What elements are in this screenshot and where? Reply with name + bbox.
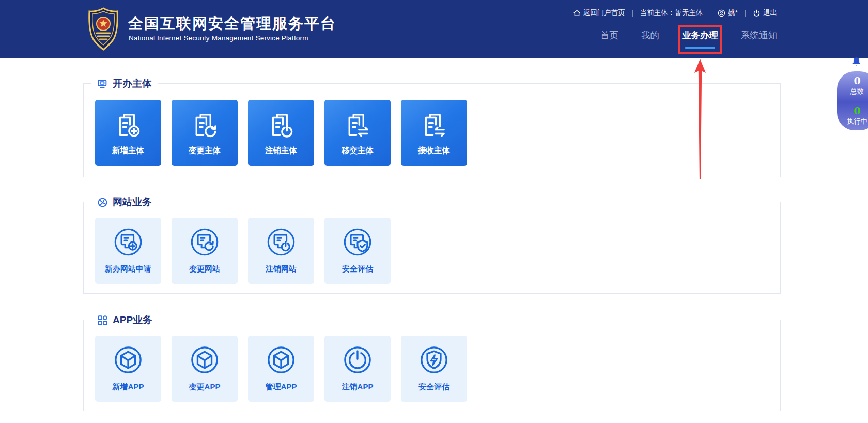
- home-icon: [573, 9, 581, 17]
- power-icon: [753, 9, 761, 17]
- bell-icon[interactable]: [852, 57, 861, 67]
- nav-system-notice-label: 系统通知: [741, 30, 777, 40]
- user-name: 姚*: [728, 8, 738, 18]
- nav-business-handling-label: 业务办理: [682, 30, 718, 40]
- shield-bolt-icon: [417, 343, 451, 377]
- main-nav: 首页 我的 业务办理 系统通知: [600, 27, 777, 52]
- utility-divider: [632, 10, 633, 17]
- cancel-app-button[interactable]: 注销APP: [324, 336, 391, 402]
- current-subject: 当前主体：暂无主体: [640, 8, 703, 18]
- cube-icon: [188, 343, 222, 377]
- grid-icon: [97, 315, 108, 326]
- active-tab-underline: [685, 47, 715, 49]
- user-icon: [718, 9, 725, 17]
- cube-icon: [111, 343, 145, 377]
- logout-button[interactable]: 退出: [753, 8, 777, 18]
- nav-mine-label: 我的: [641, 30, 659, 40]
- doc-receive-icon: [420, 111, 448, 139]
- section-subject-setup-header: 开办主体: [91, 76, 158, 92]
- change-subject-button[interactable]: 变更主体: [172, 100, 238, 166]
- task-status-widget[interactable]: 0 总数 0 执行中: [837, 71, 868, 130]
- nav-mine[interactable]: 我的: [641, 27, 659, 52]
- task-running: 0 执行中: [837, 101, 868, 130]
- nav-business-handling[interactable]: 业务办理: [682, 27, 718, 52]
- user-menu[interactable]: 姚*: [718, 8, 738, 18]
- utility-bar: 返回门户首页 当前主体：暂无主体 姚* 退出: [573, 8, 777, 18]
- app-security-assessment-button[interactable]: 安全评估: [401, 336, 467, 402]
- globe-icon: [97, 197, 108, 208]
- button-label: 新增主体: [112, 145, 144, 156]
- site-add-icon: [111, 225, 145, 259]
- return-portal-label: 返回门户首页: [583, 8, 625, 18]
- header: 全国互联网安全管理服务平台 National Internet Security…: [0, 0, 868, 58]
- website-buttons-row: 新办网站申请 变更网站 注销网站: [95, 218, 391, 284]
- button-label: 管理APP: [266, 382, 297, 392]
- app-buttons-row: 新增APP 变更APP 管理APP 注销APP: [95, 336, 467, 402]
- current-subject-label: 当前主体：暂无主体: [640, 8, 703, 18]
- task-total: 0 总数: [837, 71, 868, 101]
- task-total-value: 0: [854, 75, 860, 86]
- platform-title: 全国互联网安全管理服务平台: [128, 13, 336, 34]
- section-app-business-header: APP业务: [91, 312, 159, 328]
- monitor-icon: [97, 79, 108, 89]
- nav-home-label: 首页: [600, 30, 618, 40]
- button-label: 注销APP: [342, 382, 374, 392]
- section-title: APP业务: [113, 313, 152, 327]
- cancel-subject-button[interactable]: 注销主体: [248, 100, 314, 166]
- site-power-icon: [264, 225, 298, 259]
- return-portal-link[interactable]: 返回门户首页: [573, 8, 625, 18]
- button-label: 新办网站申请: [105, 264, 151, 274]
- add-app-button[interactable]: 新增APP: [95, 336, 161, 402]
- section-website-business-header: 网站业务: [91, 194, 158, 210]
- doc-power-icon: [267, 111, 295, 139]
- button-label: 变更APP: [189, 382, 221, 392]
- add-subject-button[interactable]: 新增主体: [95, 100, 161, 166]
- button-label: 接收主体: [418, 145, 450, 156]
- section-title: 开办主体: [113, 77, 152, 90]
- section-app-business: APP业务 新增APP 变更APP 管理APP: [83, 320, 781, 411]
- new-website-application-button[interactable]: 新办网站申请: [95, 218, 161, 284]
- button-label: 注销网站: [266, 264, 297, 274]
- change-website-button[interactable]: 变更网站: [172, 218, 238, 284]
- cancel-website-button[interactable]: 注销网站: [248, 218, 314, 284]
- utility-divider: [710, 10, 710, 17]
- section-subject-setup: 开办主体 新增主体 变更主体: [83, 83, 781, 177]
- platform-subtitle: National Internet Security Management Se…: [129, 34, 308, 42]
- task-running-label: 执行中: [847, 117, 867, 126]
- site-refresh-icon: [188, 225, 222, 259]
- button-label: 移交主体: [342, 145, 374, 156]
- logout-label: 退出: [763, 8, 777, 18]
- doc-add-icon: [114, 111, 142, 139]
- section-title: 网站业务: [113, 195, 152, 209]
- task-running-value: 0: [854, 105, 860, 116]
- button-label: 变更网站: [189, 264, 220, 274]
- site-shield-check-icon: [340, 225, 375, 259]
- button-label: 注销主体: [265, 145, 297, 156]
- button-label: 安全评估: [342, 264, 373, 274]
- task-total-label: 总数: [850, 87, 864, 96]
- change-app-button[interactable]: 变更APP: [172, 336, 238, 402]
- nav-system-notice[interactable]: 系统通知: [741, 27, 777, 52]
- doc-transfer-icon: [344, 111, 371, 139]
- police-emblem-logo: [88, 7, 119, 51]
- button-label: 变更主体: [189, 145, 221, 156]
- button-label: 安全评估: [419, 382, 450, 392]
- website-security-assessment-button[interactable]: 安全评估: [324, 218, 391, 284]
- cube-icon: [264, 343, 298, 377]
- subject-buttons-row: 新增主体 变更主体 注销主体: [95, 100, 467, 166]
- receive-subject-button[interactable]: 接收主体: [401, 100, 467, 166]
- nav-home[interactable]: 首页: [600, 27, 618, 52]
- section-website-business: 网站业务 新办网站申请 变更网站: [83, 202, 781, 294]
- power-circle-icon: [340, 343, 375, 377]
- button-label: 新增APP: [113, 382, 144, 392]
- transfer-subject-button[interactable]: 移交主体: [324, 100, 391, 166]
- doc-refresh-icon: [191, 111, 219, 139]
- manage-app-button[interactable]: 管理APP: [248, 336, 314, 402]
- utility-divider: [745, 10, 746, 17]
